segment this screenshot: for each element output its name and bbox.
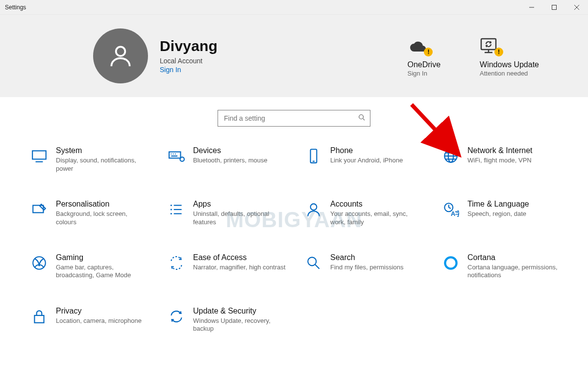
- category-desc: Your accounts, email, sync, work, family: [330, 210, 423, 226]
- category-desc: Display, sound, notifications, power: [56, 157, 149, 173]
- ease-of-access-icon: [168, 255, 185, 271]
- monitor-icon: [31, 148, 48, 164]
- svg-rect-25: [33, 205, 43, 212]
- category-desc: Link your Android, iPhone: [330, 157, 403, 164]
- category-devices[interactable]: Devices Bluetooth, printers, mouse: [167, 146, 304, 173]
- update-subtitle: Attention needed: [480, 70, 528, 77]
- category-personalisation[interactable]: Personalisation Background, lock screen,…: [29, 200, 167, 226]
- window-close-button[interactable]: [565, 0, 588, 15]
- window-minimize-button[interactable]: [520, 0, 543, 15]
- category-update-security[interactable]: Update & Security Windows Update, recove…: [167, 307, 304, 333]
- user-avatar[interactable]: [93, 28, 148, 83]
- xbox-icon: [31, 255, 48, 271]
- svg-rect-5: [481, 39, 496, 50]
- svg-line-9: [363, 119, 365, 121]
- update-title: Windows Update: [480, 60, 539, 69]
- category-title: Ease of Access: [193, 253, 286, 262]
- update-icon-wrap: !: [480, 35, 499, 54]
- keyboard-icon: [168, 148, 185, 164]
- lock-icon: [31, 308, 48, 325]
- header-status-group: ! OneDrive Sign In ! Windows Update Atte…: [407, 35, 559, 77]
- search-box[interactable]: [218, 110, 370, 127]
- user-name: Divyang: [160, 38, 218, 54]
- svg-line-35: [449, 208, 451, 209]
- svg-rect-41: [34, 315, 44, 323]
- svg-line-39: [315, 264, 319, 269]
- category-desc: WiFi, flight mode, VPN: [467, 157, 533, 164]
- sync-arrows-icon: [168, 308, 185, 325]
- svg-rect-10: [32, 151, 46, 159]
- category-title: Personalisation: [56, 200, 149, 209]
- svg-point-4: [116, 47, 125, 56]
- category-desc: Uninstall, defaults, optional features: [193, 210, 286, 226]
- category-title: Accounts: [330, 200, 423, 209]
- minimize-icon: [529, 5, 534, 10]
- category-network[interactable]: Network & Internet WiFi, flight mode, VP…: [441, 146, 578, 173]
- svg-point-32: [311, 204, 317, 210]
- magnifier-icon: [305, 255, 322, 271]
- category-title: Search: [330, 253, 404, 262]
- category-title: Network & Internet: [467, 146, 533, 155]
- sign-in-link[interactable]: Sign In: [160, 66, 218, 74]
- svg-point-38: [308, 257, 316, 265]
- globe-icon: [442, 148, 459, 164]
- maximize-icon: [552, 5, 557, 10]
- category-desc: Narrator, magnifier, high contrast: [193, 263, 286, 271]
- category-time-language[interactable]: A字 Time & Language Speech, region, date: [441, 200, 578, 226]
- phone-icon: [305, 148, 322, 164]
- settings-categories-grid: System Display, sound, notifications, po…: [0, 131, 588, 348]
- svg-point-8: [359, 115, 364, 119]
- paint-icon: [31, 201, 48, 218]
- category-desc: Bluetooth, printers, mouse: [193, 157, 268, 164]
- windows-update-status-tile[interactable]: ! Windows Update Attention needed: [480, 35, 539, 77]
- window-maximize-button[interactable]: [543, 0, 565, 15]
- category-title: Gaming: [56, 253, 149, 262]
- onedrive-subtitle: Sign In: [407, 70, 427, 77]
- user-subtitle: Local Account: [160, 57, 218, 65]
- category-accounts[interactable]: Accounts Your accounts, email, sync, wor…: [304, 200, 441, 226]
- user-info: Divyang Local Account Sign In: [160, 38, 218, 74]
- search-input[interactable]: [223, 114, 358, 123]
- warning-badge-icon: !: [424, 48, 433, 56]
- category-title: Cortana: [467, 253, 561, 262]
- category-title: Apps: [193, 200, 286, 209]
- category-privacy[interactable]: Privacy Location, camera, microphone: [29, 307, 167, 333]
- category-title: Devices: [193, 146, 268, 155]
- category-search[interactable]: Search Find my files, permissions: [304, 253, 441, 280]
- window-title: Settings: [5, 4, 26, 11]
- category-desc: Find my files, permissions: [330, 263, 404, 271]
- cortana-ring-icon: [442, 255, 459, 271]
- category-title: Update & Security: [193, 307, 286, 315]
- category-desc: Cortana language, permissions, notificat…: [467, 263, 561, 280]
- category-title: Privacy: [56, 307, 142, 315]
- category-ease-of-access[interactable]: Ease of Access Narrator, magnifier, high…: [167, 253, 304, 280]
- onedrive-icon-wrap: !: [407, 35, 429, 54]
- window-titlebar: Settings: [0, 0, 588, 15]
- category-gaming[interactable]: Gaming Game bar, captures, broadcasting,…: [29, 253, 167, 280]
- search-icon: [358, 114, 365, 123]
- category-apps[interactable]: Apps Uninstall, defaults, optional featu…: [167, 200, 304, 226]
- onedrive-status-tile[interactable]: ! OneDrive Sign In: [407, 35, 441, 77]
- category-title: System: [56, 146, 149, 155]
- category-title: Time & Language: [467, 200, 529, 209]
- svg-rect-12: [169, 152, 180, 158]
- category-desc: Game bar, captures, broadcasting, Game M…: [56, 263, 149, 280]
- category-cortana[interactable]: Cortana Cortana language, permissions, n…: [441, 253, 578, 280]
- warning-badge-icon: !: [494, 48, 503, 56]
- search-row: [0, 97, 588, 131]
- person-icon: [107, 42, 134, 70]
- category-title: Phone: [330, 146, 403, 155]
- person-outline-icon: [305, 201, 322, 218]
- clock-language-icon: A字: [442, 201, 459, 218]
- category-desc: Windows Update, recovery, backup: [193, 317, 286, 333]
- category-system[interactable]: System Display, sound, notifications, po…: [29, 146, 167, 173]
- svg-text:A字: A字: [451, 210, 459, 217]
- category-phone[interactable]: Phone Link your Android, iPhone: [304, 146, 441, 173]
- category-desc: Speech, region, date: [467, 210, 529, 218]
- svg-point-13: [180, 157, 184, 161]
- close-icon: [574, 5, 579, 10]
- svg-rect-1: [552, 5, 557, 9]
- onedrive-title: OneDrive: [407, 60, 441, 69]
- category-desc: Background, lock screen, colours: [56, 210, 149, 226]
- category-desc: Location, camera, microphone: [56, 317, 142, 325]
